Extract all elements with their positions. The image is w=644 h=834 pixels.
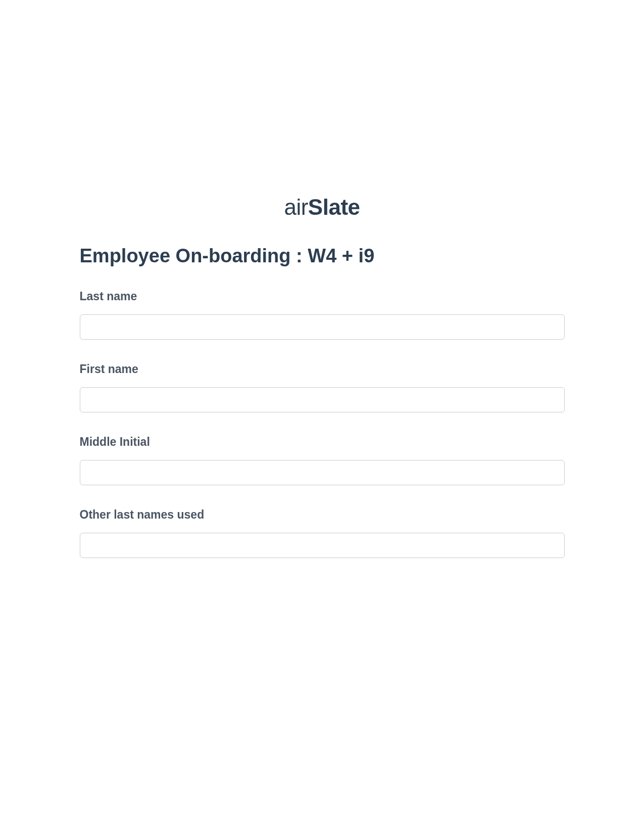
first-name-input[interactable]: [80, 387, 565, 412]
other-last-names-label: Other last names used: [80, 508, 565, 522]
middle-initial-input[interactable]: [80, 460, 565, 485]
other-last-names-input[interactable]: [80, 533, 565, 558]
form-group-middle-initial: Middle Initial: [80, 435, 565, 485]
page-container: airSlate Employee On-boarding : W4 + i9 …: [0, 0, 644, 581]
last-name-input[interactable]: [80, 314, 565, 340]
last-name-label: Last name: [80, 290, 565, 303]
form-group-last-name: Last name: [80, 290, 565, 340]
form-group-other-last-names: Other last names used: [80, 508, 565, 558]
brand-logo: airSlate: [284, 195, 360, 220]
form-group-first-name: First name: [80, 362, 565, 412]
middle-initial-label: Middle Initial: [80, 435, 565, 449]
page-title: Employee On-boarding : W4 + i9: [80, 245, 565, 267]
brand-prefix: air: [284, 195, 308, 219]
first-name-label: First name: [80, 362, 565, 376]
brand-suffix: Slate: [308, 195, 360, 219]
form-wrapper: Employee On-boarding : W4 + i9 Last name…: [80, 245, 565, 581]
